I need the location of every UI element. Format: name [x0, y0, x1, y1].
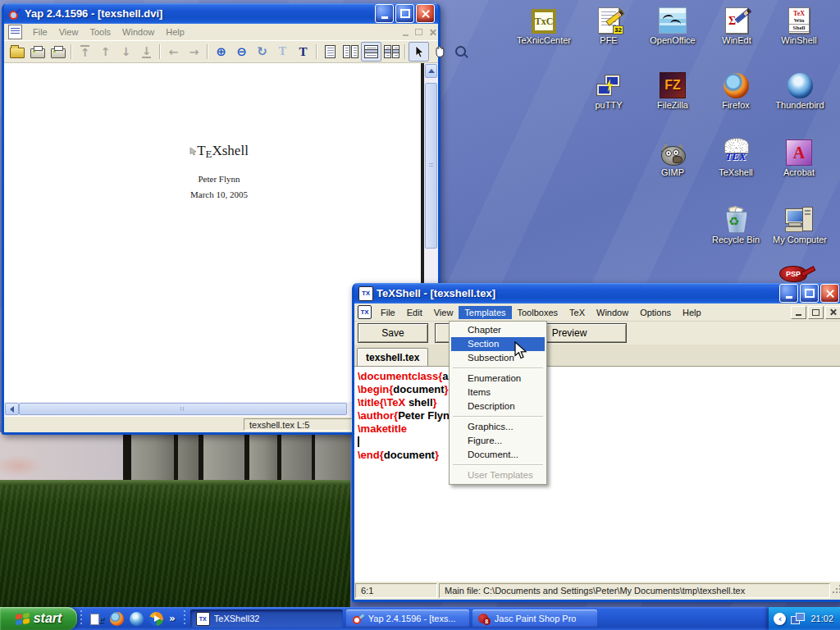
- zoom-tool-button[interactable]: [450, 42, 470, 62]
- menu-tex[interactable]: TeX: [564, 306, 591, 319]
- continuous-view-button[interactable]: [361, 42, 381, 62]
- menu-file[interactable]: File: [27, 25, 53, 39]
- open-file-button[interactable]: [7, 42, 27, 62]
- maximize-button[interactable]: [800, 284, 819, 303]
- scroll-left-button[interactable]: [5, 403, 19, 415]
- menu-item-chapter[interactable]: Chapter: [451, 323, 545, 337]
- menu-item-items[interactable]: Items: [451, 386, 545, 399]
- start-button[interactable]: start: [0, 607, 77, 630]
- last-page-button[interactable]: ↓: [136, 42, 157, 62]
- desktop-icon-gimp[interactable]: GIMP: [641, 136, 705, 178]
- desktop-icon-pfe[interactable]: 32 PFE: [577, 4, 641, 46]
- menu-window[interactable]: Window: [591, 306, 634, 319]
- hand-tool-button[interactable]: [429, 42, 450, 62]
- internet-explorer-icon[interactable]: e: [90, 612, 104, 626]
- desktop-icon-acrobat[interactable]: A Acrobat: [767, 136, 831, 178]
- desktop-icon-my-computer[interactable]: My Computer: [768, 203, 832, 245]
- menu-item-enumeration[interactable]: Enumeration: [451, 372, 545, 386]
- forward-button[interactable]: →: [184, 42, 204, 62]
- mdi-restore-button[interactable]: [808, 306, 824, 319]
- menu-item-description[interactable]: Description: [451, 399, 545, 413]
- menu-help[interactable]: Help: [160, 25, 190, 39]
- print-setup-button[interactable]: [48, 42, 68, 62]
- thunderbird-quicklaunch-icon[interactable]: [130, 612, 144, 626]
- menu-window[interactable]: Window: [116, 25, 160, 39]
- save-button[interactable]: Save: [358, 323, 428, 343]
- single-page-view-button[interactable]: [320, 42, 340, 62]
- menu-item-subsection[interactable]: Subsection: [451, 351, 545, 365]
- menu-view[interactable]: View: [53, 25, 84, 39]
- mdi-close-icon[interactable]: [429, 29, 436, 36]
- code-line: \documentclass{article}: [358, 370, 840, 383]
- desktop-icon-paint-shop-pro-partial[interactable]: PSP: [779, 266, 815, 283]
- code-editor[interactable]: \documentclass{article} \begin{document}…: [354, 367, 840, 581]
- zoom-in-button[interactable]: ⊕: [211, 42, 231, 62]
- continuous-page-icon: [364, 45, 378, 58]
- menu-help[interactable]: Help: [677, 306, 707, 319]
- mdi-close-button[interactable]: [825, 306, 840, 319]
- desktop-icon-winshell[interactable]: TeX Win Shell WinShell: [767, 4, 831, 46]
- menu-tools[interactable]: Tools: [84, 25, 116, 39]
- taskbar-button-paint-shop-pro[interactable]: 8 Jasc Paint Shop Pro: [472, 609, 597, 628]
- taskbar-button-texshell[interactable]: TX TeXShell32: [190, 609, 343, 628]
- code-line-with-caret: [358, 436, 840, 449]
- menu-templates[interactable]: Templates: [459, 306, 511, 319]
- close-button[interactable]: [820, 284, 839, 303]
- minimize-button[interactable]: [779, 284, 798, 303]
- continuous-facing-view-button[interactable]: [381, 42, 402, 62]
- back-button[interactable]: ←: [163, 42, 184, 62]
- previous-page-button[interactable]: ↑: [95, 42, 116, 62]
- text-outline-mode-button[interactable]: T: [272, 42, 293, 62]
- desktop-icon-openoffice[interactable]: OpenOffice: [641, 4, 705, 46]
- menu-file[interactable]: File: [375, 306, 401, 319]
- desktop-icon-texshell[interactable]: TEX TeXshell: [704, 136, 768, 178]
- menu-options[interactable]: Options: [634, 306, 677, 319]
- resize-grip[interactable]: [831, 582, 840, 600]
- close-button[interactable]: [416, 4, 435, 23]
- text-mode-button[interactable]: T: [293, 42, 313, 62]
- firefox-quicklaunch-icon[interactable]: [110, 612, 124, 626]
- first-page-button[interactable]: ↑: [75, 42, 95, 62]
- desktop-icon-winedt[interactable]: Σ WinEdt: [705, 4, 769, 46]
- mouse-cursor: [514, 341, 528, 364]
- menu-view[interactable]: View: [428, 306, 459, 319]
- tray-collapse-chevron-icon[interactable]: ‹: [774, 613, 786, 625]
- desktop-icon-texniccenter[interactable]: TxC TeXnicCenter: [512, 4, 576, 46]
- menu-item-document[interactable]: Document...: [451, 448, 545, 462]
- select-tool-button[interactable]: [409, 42, 429, 62]
- menu-item-figure[interactable]: Figure...: [451, 434, 545, 448]
- yap-titlebar[interactable]: Yap 2.4.1596 - [texshell.dvi]: [4, 3, 438, 24]
- taskbar-button-yap[interactable]: Yap 2.4.1596 - [texs...: [346, 609, 469, 628]
- desktop-icon-filezilla[interactable]: FZ FileZilla: [641, 69, 705, 111]
- texshell-titlebar[interactable]: TX TeXShell - [texshell.tex]: [354, 283, 840, 304]
- media-player-quicklaunch-icon[interactable]: [149, 612, 163, 626]
- desktop-icon-putty[interactable]: puTTY: [577, 69, 641, 111]
- mdi-minimize-icon[interactable]: [403, 34, 409, 36]
- horizontal-scroll-thumb[interactable]: [19, 403, 347, 415]
- desktop-icon-firefox[interactable]: Firefox: [704, 69, 768, 111]
- desktop-icon-recycle-bin[interactable]: ♻ Recycle Bin: [704, 203, 768, 245]
- menu-item-graphics[interactable]: Graphics...: [451, 420, 545, 434]
- desktop-icon-thunderbird[interactable]: Thunderbird: [768, 69, 832, 111]
- menu-edit[interactable]: Edit: [401, 306, 428, 319]
- quick-launch-overflow-chevron-icon[interactable]: »: [169, 613, 176, 624]
- network-status-icon[interactable]: [791, 613, 806, 625]
- mdi-restore-icon[interactable]: [415, 29, 422, 35]
- zoom-out-button[interactable]: ⊖: [231, 42, 252, 62]
- code-line: \begin{document}: [358, 383, 840, 396]
- mdi-minimize-button[interactable]: [791, 306, 806, 319]
- minimize-button[interactable]: [375, 4, 394, 23]
- facing-page-view-button[interactable]: [340, 42, 361, 62]
- next-page-button[interactable]: ↓: [116, 42, 136, 62]
- taskbar: start e » TX TeXShell32 Yap 2.4.1596 - […: [0, 607, 840, 630]
- menu-toolboxes[interactable]: Toolboxes: [512, 306, 564, 319]
- refresh-button[interactable]: ↻: [252, 42, 272, 62]
- tab-texshell-tex[interactable]: texshell.tex: [357, 348, 428, 366]
- texshell-statusbar: 6:1 Main file: C:\Documents and Settings…: [354, 581, 840, 600]
- vertical-scroll-thumb[interactable]: [425, 83, 437, 249]
- clock[interactable]: 21:02: [810, 614, 833, 623]
- scroll-up-button[interactable]: [425, 64, 437, 78]
- maximize-button[interactable]: [395, 4, 414, 23]
- menu-item-section[interactable]: Section: [451, 337, 545, 351]
- print-button[interactable]: [27, 42, 48, 62]
